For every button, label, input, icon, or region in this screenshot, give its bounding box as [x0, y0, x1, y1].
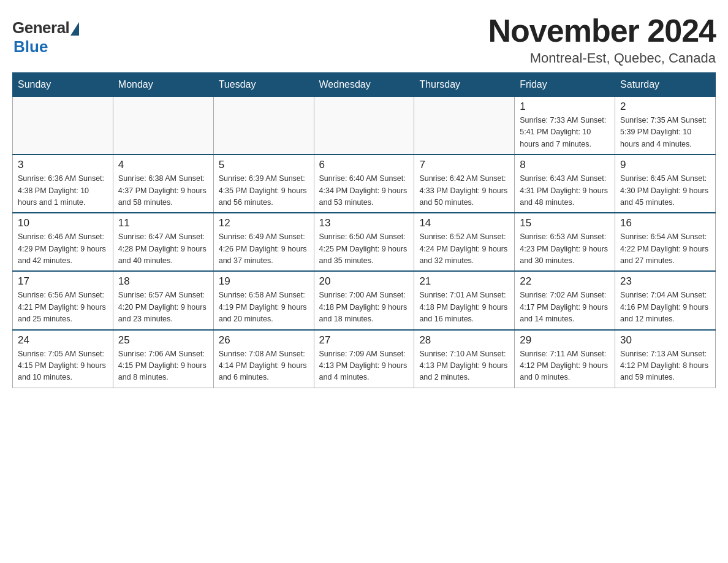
day-info: Sunrise: 6:53 AM Sunset: 4:23 PM Dayligh… [520, 231, 610, 267]
calendar-cell: 24Sunrise: 7:05 AM Sunset: 4:15 PM Dayli… [13, 330, 113, 388]
day-info: Sunrise: 6:52 AM Sunset: 4:24 PM Dayligh… [419, 231, 509, 267]
day-info: Sunrise: 7:01 AM Sunset: 4:18 PM Dayligh… [419, 289, 509, 325]
calendar-cell [213, 97, 314, 155]
day-info: Sunrise: 6:47 AM Sunset: 4:28 PM Dayligh… [118, 231, 208, 267]
day-number: 2 [620, 101, 710, 113]
day-of-week-header: Monday [113, 73, 213, 97]
day-number: 4 [118, 159, 208, 171]
day-number: 19 [219, 275, 309, 288]
day-number: 22 [520, 275, 610, 288]
day-info: Sunrise: 6:42 AM Sunset: 4:33 PM Dayligh… [419, 173, 509, 209]
calendar-cell: 21Sunrise: 7:01 AM Sunset: 4:18 PM Dayli… [414, 271, 515, 329]
day-number: 16 [620, 217, 710, 229]
calendar-week-row: 3Sunrise: 6:36 AM Sunset: 4:38 PM Daylig… [13, 155, 716, 213]
day-number: 5 [219, 159, 309, 171]
day-number: 18 [118, 275, 208, 288]
day-info: Sunrise: 6:40 AM Sunset: 4:34 PM Dayligh… [319, 173, 409, 209]
day-number: 10 [18, 217, 108, 229]
calendar-table: SundayMondayTuesdayWednesdayThursdayFrid… [12, 72, 716, 388]
day-info: Sunrise: 7:13 AM Sunset: 4:12 PM Dayligh… [620, 348, 710, 384]
day-info: Sunrise: 7:00 AM Sunset: 4:18 PM Dayligh… [319, 289, 409, 325]
day-info: Sunrise: 7:11 AM Sunset: 4:12 PM Dayligh… [520, 348, 610, 384]
calendar-cell: 19Sunrise: 6:58 AM Sunset: 4:19 PM Dayli… [213, 271, 314, 329]
day-info: Sunrise: 7:08 AM Sunset: 4:14 PM Dayligh… [219, 348, 309, 384]
day-info: Sunrise: 6:54 AM Sunset: 4:22 PM Dayligh… [620, 231, 710, 267]
logo: General Blue [12, 12, 79, 56]
calendar-cell: 30Sunrise: 7:13 AM Sunset: 4:12 PM Dayli… [615, 330, 716, 388]
calendar-cell: 2Sunrise: 7:35 AM Sunset: 5:39 PM Daylig… [615, 97, 716, 155]
day-of-week-header: Sunday [13, 73, 113, 97]
day-number: 17 [18, 275, 108, 288]
calendar-cell: 25Sunrise: 7:06 AM Sunset: 4:15 PM Dayli… [113, 330, 213, 388]
calendar-cell: 22Sunrise: 7:02 AM Sunset: 4:17 PM Dayli… [515, 271, 615, 329]
calendar-cell: 26Sunrise: 7:08 AM Sunset: 4:14 PM Dayli… [213, 330, 314, 388]
day-of-week-header: Saturday [615, 73, 716, 97]
day-info: Sunrise: 6:43 AM Sunset: 4:31 PM Dayligh… [520, 173, 610, 209]
calendar-cell: 9Sunrise: 6:45 AM Sunset: 4:30 PM Daylig… [615, 155, 716, 213]
day-of-week-header: Thursday [414, 73, 515, 97]
calendar-cell: 11Sunrise: 6:47 AM Sunset: 4:28 PM Dayli… [113, 213, 213, 271]
day-number: 15 [520, 217, 610, 229]
page-header: General Blue November 2024 Montreal-Est,… [12, 12, 716, 66]
calendar-week-row: 10Sunrise: 6:46 AM Sunset: 4:29 PM Dayli… [13, 213, 716, 271]
calendar-cell: 16Sunrise: 6:54 AM Sunset: 4:22 PM Dayli… [615, 213, 716, 271]
day-number: 21 [419, 275, 509, 288]
calendar-cell: 13Sunrise: 6:50 AM Sunset: 4:25 PM Dayli… [314, 213, 414, 271]
day-info: Sunrise: 7:33 AM Sunset: 5:41 PM Dayligh… [520, 115, 610, 150]
calendar-week-row: 1Sunrise: 7:33 AM Sunset: 5:41 PM Daylig… [13, 97, 716, 155]
calendar-cell: 23Sunrise: 7:04 AM Sunset: 4:16 PM Dayli… [615, 271, 716, 329]
calendar-cell: 4Sunrise: 6:38 AM Sunset: 4:37 PM Daylig… [113, 155, 213, 213]
day-number: 25 [118, 334, 208, 347]
day-number: 23 [620, 275, 710, 288]
title-section: November 2024 Montreal-Est, Quebec, Cana… [488, 12, 716, 66]
day-number: 24 [18, 334, 108, 347]
calendar-cell: 29Sunrise: 7:11 AM Sunset: 4:12 PM Dayli… [515, 330, 615, 388]
day-info: Sunrise: 6:57 AM Sunset: 4:20 PM Dayligh… [118, 289, 208, 325]
day-number: 29 [520, 334, 610, 347]
calendar-cell: 3Sunrise: 6:36 AM Sunset: 4:38 PM Daylig… [13, 155, 113, 213]
day-info: Sunrise: 6:56 AM Sunset: 4:21 PM Dayligh… [18, 289, 108, 325]
logo-triangle-icon [70, 22, 79, 36]
calendar-header-row: SundayMondayTuesdayWednesdayThursdayFrid… [13, 73, 716, 97]
calendar-cell: 18Sunrise: 6:57 AM Sunset: 4:20 PM Dayli… [113, 271, 213, 329]
day-number: 9 [620, 159, 710, 171]
day-number: 3 [18, 159, 108, 171]
calendar-cell: 17Sunrise: 6:56 AM Sunset: 4:21 PM Dayli… [13, 271, 113, 329]
calendar-cell: 28Sunrise: 7:10 AM Sunset: 4:13 PM Dayli… [414, 330, 515, 388]
calendar-cell: 12Sunrise: 6:49 AM Sunset: 4:26 PM Dayli… [213, 213, 314, 271]
day-number: 7 [419, 159, 509, 171]
calendar-cell: 20Sunrise: 7:00 AM Sunset: 4:18 PM Dayli… [314, 271, 414, 329]
calendar-cell: 7Sunrise: 6:42 AM Sunset: 4:33 PM Daylig… [414, 155, 515, 213]
logo-blue-text: Blue [13, 37, 48, 56]
calendar-cell: 27Sunrise: 7:09 AM Sunset: 4:13 PM Dayli… [314, 330, 414, 388]
month-title: November 2024 [488, 12, 716, 49]
day-number: 6 [319, 159, 409, 171]
day-number: 20 [319, 275, 409, 288]
calendar-cell [113, 97, 213, 155]
day-info: Sunrise: 6:38 AM Sunset: 4:37 PM Dayligh… [118, 173, 208, 209]
day-info: Sunrise: 6:46 AM Sunset: 4:29 PM Dayligh… [18, 231, 108, 267]
day-number: 28 [419, 334, 509, 347]
day-info: Sunrise: 7:02 AM Sunset: 4:17 PM Dayligh… [520, 289, 610, 325]
day-info: Sunrise: 6:36 AM Sunset: 4:38 PM Dayligh… [18, 173, 108, 209]
calendar-cell: 5Sunrise: 6:39 AM Sunset: 4:35 PM Daylig… [213, 155, 314, 213]
day-of-week-header: Tuesday [213, 73, 314, 97]
day-info: Sunrise: 6:58 AM Sunset: 4:19 PM Dayligh… [219, 289, 309, 325]
day-info: Sunrise: 7:04 AM Sunset: 4:16 PM Dayligh… [620, 289, 710, 325]
day-info: Sunrise: 7:05 AM Sunset: 4:15 PM Dayligh… [18, 348, 108, 384]
day-info: Sunrise: 6:49 AM Sunset: 4:26 PM Dayligh… [219, 231, 309, 267]
calendar-cell: 6Sunrise: 6:40 AM Sunset: 4:34 PM Daylig… [314, 155, 414, 213]
day-number: 8 [520, 159, 610, 171]
day-of-week-header: Friday [515, 73, 615, 97]
day-of-week-header: Wednesday [314, 73, 414, 97]
day-number: 30 [620, 334, 710, 347]
calendar-cell: 10Sunrise: 6:46 AM Sunset: 4:29 PM Dayli… [13, 213, 113, 271]
calendar-cell [13, 97, 113, 155]
day-number: 27 [319, 334, 409, 347]
day-info: Sunrise: 6:39 AM Sunset: 4:35 PM Dayligh… [219, 173, 309, 209]
calendar-cell: 8Sunrise: 6:43 AM Sunset: 4:31 PM Daylig… [515, 155, 615, 213]
calendar-cell: 1Sunrise: 7:33 AM Sunset: 5:41 PM Daylig… [515, 97, 615, 155]
location-text: Montreal-Est, Quebec, Canada [488, 50, 716, 66]
day-info: Sunrise: 7:10 AM Sunset: 4:13 PM Dayligh… [419, 348, 509, 384]
day-number: 11 [118, 217, 208, 229]
